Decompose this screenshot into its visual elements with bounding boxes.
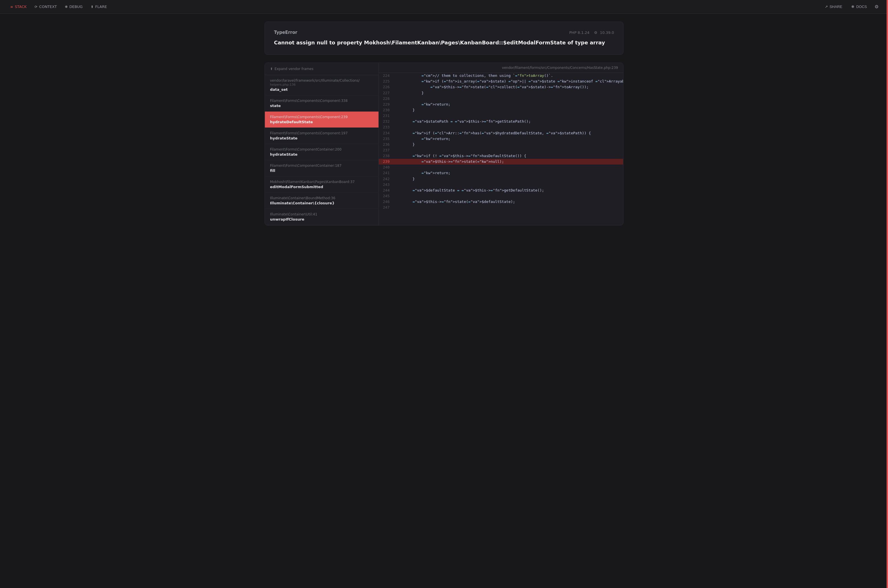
- line-number: 244: [379, 188, 394, 193]
- context-icon: ⟳: [35, 5, 38, 9]
- nav-item-stack[interactable]: ≡STACK: [7, 3, 30, 10]
- frame-method-8: Illuminate\Container\{closure}: [270, 201, 373, 205]
- code-table: 224 ="cm">// them to collections, then u…: [379, 73, 623, 210]
- line-code: }: [394, 90, 623, 96]
- code-line-239: 239 ="va">$this->="fn">state(="kw">null)…: [379, 159, 623, 165]
- line-code: [394, 96, 623, 102]
- flare-icon: ⬆: [90, 5, 93, 9]
- line-number: 240: [379, 165, 394, 170]
- code-line-244: 244 ="va">$defaultState = ="va">$this->=…: [379, 188, 623, 193]
- line-code: [394, 147, 623, 153]
- nav-btn-docs[interactable]: ❋DOCS: [847, 3, 871, 10]
- code-line-227: 227 }: [379, 90, 623, 96]
- line-number: 227: [379, 90, 394, 96]
- frame-item-6[interactable]: Filament\Forms\ComponentContainer:187fil…: [265, 160, 379, 177]
- docs-label: DOCS: [856, 4, 867, 9]
- frame-method-7: editModalFormSubmitted: [270, 185, 373, 189]
- frame-class-6: Filament\Forms\ComponentContainer:187: [270, 164, 373, 168]
- code-line-231: 231: [379, 113, 623, 118]
- frame-item-4[interactable]: Filament\Forms\Components\Component:197h…: [265, 128, 379, 144]
- expand-icon: ⬆: [270, 67, 273, 71]
- line-code: ="kw">if (! ="va">$this->="fn">hasDefaul…: [394, 153, 623, 159]
- expand-vendor-frames[interactable]: ⬆ Expand vendor frames: [265, 63, 379, 75]
- red-accent-bar: [886, 0, 888, 588]
- debug-label: DEBUG: [69, 4, 83, 9]
- stack-panel: ⬆ Expand vendor frames vendor/laravel/fr…: [264, 63, 624, 225]
- line-code: ="kw">if (="fn">is_array(="va">$state) =…: [394, 78, 623, 84]
- frame-class-1: vendor/laravel/framework/src/Illuminate/…: [270, 78, 373, 87]
- line-code: }: [394, 142, 623, 147]
- line-code: [394, 165, 623, 170]
- nav-btn-share[interactable]: ↗SHARE: [821, 3, 846, 10]
- error-card: TypeError PHP 8.1.24 ⚙ 10.39.0 Cannot as…: [264, 22, 624, 55]
- line-number: 239: [379, 159, 394, 165]
- line-code: [394, 113, 623, 118]
- frame-item-7[interactable]: Mokhosh\FilamentKanban\Pages\KanbanBoard…: [265, 177, 379, 193]
- line-code: ="va">$statePath = ="va">$this->="fn">ge…: [394, 118, 623, 124]
- stack-label: STACK: [15, 4, 27, 9]
- code-line-241: 241 ="kw">return;: [379, 170, 623, 176]
- code-line-238: 238 ="kw">if (! ="va">$this->="fn">hasDe…: [379, 153, 623, 159]
- frame-class-3: Filament\Forms\Components\Component:239: [270, 115, 373, 119]
- code-line-229: 229 ="kw">return;: [379, 102, 623, 107]
- line-number: 243: [379, 182, 394, 188]
- code-line-233: 233: [379, 124, 623, 130]
- line-code: ="kw">return;: [394, 136, 623, 142]
- line-code: }: [394, 107, 623, 113]
- frame-method-1: data_set: [270, 87, 373, 92]
- settings-gear-icon[interactable]: ⚙: [872, 2, 881, 11]
- line-number: 246: [379, 199, 394, 205]
- line-code: ="kw">if (="cl">Arr::="fn">has(="va">$hy…: [394, 130, 623, 136]
- frame-class-8: Illuminate\Container\BoundMethod:36: [270, 196, 373, 200]
- code-line-230: 230 }: [379, 107, 623, 113]
- code-line-237: 237: [379, 147, 623, 153]
- frame-method-6: fill: [270, 168, 373, 173]
- flare-label: FLARE: [95, 4, 107, 9]
- line-number: 235: [379, 136, 394, 142]
- nav-item-flare[interactable]: ⬆FLARE: [87, 3, 110, 10]
- code-line-242: 242 }: [379, 176, 623, 182]
- nav-item-context[interactable]: ⟳CONTEXT: [32, 3, 60, 10]
- frame-item-1[interactable]: vendor/laravel/framework/src/Illuminate/…: [265, 75, 379, 95]
- frame-class-4: Filament\Forms\Components\Component:197: [270, 131, 373, 135]
- error-meta: PHP 8.1.24 ⚙ 10.39.0: [569, 30, 614, 35]
- docs-icon: ❋: [851, 4, 854, 9]
- line-code: ="va">$defaultState = ="va">$this->="fn"…: [394, 188, 623, 193]
- line-number: 229: [379, 102, 394, 107]
- frame-class-9: Illuminate\Container\Util:41: [270, 212, 373, 216]
- frame-method-5: hydrateState: [270, 152, 373, 156]
- line-number: 237: [379, 147, 394, 153]
- line-code: ="va">$this->="fn">state(="va">$defaultS…: [394, 199, 623, 205]
- line-code: }: [394, 176, 623, 182]
- code-line-245: 245: [379, 193, 623, 199]
- share-icon: ↗: [825, 4, 828, 9]
- code-line-228: 228: [379, 96, 623, 102]
- error-type: TypeError: [274, 30, 298, 35]
- nav-left: ≡STACK⟳CONTEXT❋DEBUG⬆FLARE: [7, 3, 819, 10]
- line-number: 241: [379, 170, 394, 176]
- frame-item-8[interactable]: Illuminate\Container\BoundMethod:36Illum…: [265, 193, 379, 209]
- main-content: TypeError PHP 8.1.24 ⚙ 10.39.0 Cannot as…: [253, 14, 635, 233]
- code-line-246: 246 ="va">$this->="fn">state(="va">$defa…: [379, 199, 623, 205]
- code-line-225: 225 ="kw">if (="fn">is_array(="va">$stat…: [379, 78, 623, 84]
- line-number: 230: [379, 107, 394, 113]
- frame-item-9[interactable]: Illuminate\Container\Util:41unwrapIfClos…: [265, 209, 379, 225]
- line-number: 228: [379, 96, 394, 102]
- nav-right: ↗SHARE❋DOCS⚙: [821, 2, 881, 11]
- line-number: 232: [379, 118, 394, 124]
- line-code: [394, 205, 623, 210]
- nav-item-debug[interactable]: ❋DEBUG: [61, 3, 86, 10]
- frame-item-2[interactable]: Filament\Forms\Components\Component:338s…: [265, 95, 379, 112]
- frame-method-9: unwrapIfClosure: [270, 217, 373, 221]
- line-number: 225: [379, 78, 394, 84]
- frame-item-3[interactable]: Filament\Forms\Components\Component:239h…: [265, 112, 379, 128]
- line-number: 236: [379, 142, 394, 147]
- line-number: 234: [379, 130, 394, 136]
- stack-icon: ≡: [10, 5, 13, 9]
- frame-item-5[interactable]: Filament\Forms\ComponentContainer:200hyd…: [265, 144, 379, 160]
- code-area[interactable]: 224 ="cm">// them to collections, then u…: [379, 73, 623, 225]
- line-code: ="va">$this->="fn">state(="cl">collect(=…: [394, 84, 623, 90]
- code-line-240: 240: [379, 165, 623, 170]
- line-number: 247: [379, 205, 394, 210]
- line-number: 233: [379, 124, 394, 130]
